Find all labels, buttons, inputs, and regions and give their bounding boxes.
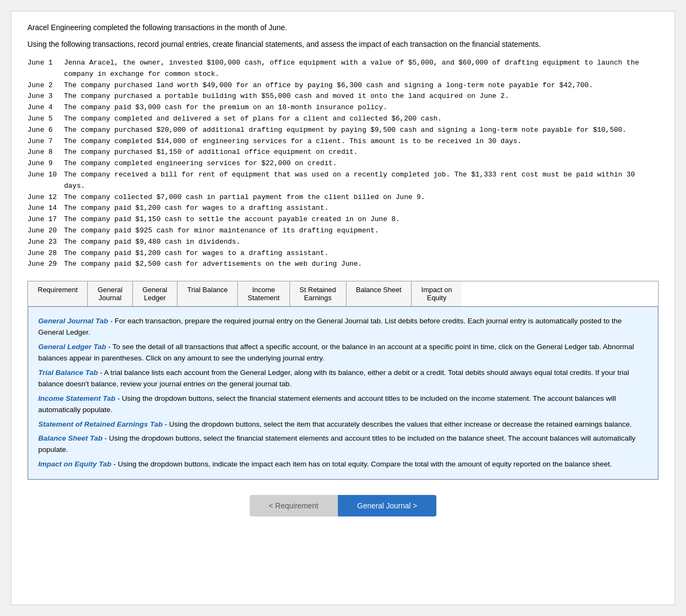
tx-date: June 10 [27,169,64,192]
info-item-6: Impact on Equity Tab - Using the dropdow… [38,459,648,470]
tx-body: The company purchased $20,000 of additio… [64,125,659,136]
tab-item-st-retained[interactable]: St RetainedEarnings [290,281,346,306]
tx-body: The company paid $1,150 cash to settle t… [64,214,659,225]
transaction-item: June 5The company completed and delivere… [27,114,659,125]
tab-item-trial-balance[interactable]: Trial Balance [178,281,238,306]
tx-date: June 6 [27,125,64,136]
transaction-item: June 14The company paid $1,200 cash for … [27,203,659,214]
transaction-item: June 1Jenna Aracel, the owner, invested … [27,58,659,80]
transaction-item: June 23The company paid $9,480 cash in d… [27,237,659,248]
transaction-item: June 29The company paid $2,500 cash for … [27,259,659,270]
info-label: Balance Sheet Tab [38,434,103,442]
tx-date: June 7 [27,136,64,147]
intro-line1: Aracel Engineering completed the followi… [27,22,659,33]
transaction-item: June 8The company purchased $1,150 of ad… [27,147,659,158]
tx-date: June 5 [27,114,64,125]
tx-body: The company paid $2,500 cash for adverti… [64,259,659,270]
tx-body: The company purchased $1,150 of addition… [64,147,659,158]
tx-date: June 17 [27,214,64,225]
transaction-item: June 3The company purchased a portable b… [27,91,659,102]
info-text: Using the dropdown buttons, indicate the… [116,460,612,468]
tx-body: The company completed engineering servic… [64,158,659,169]
tx-body: The company completed and delivered a se… [64,114,659,125]
tx-date: June 20 [27,225,64,237]
info-item-2: Trial Balance Tab - A trial balance list… [38,367,648,390]
info-label: Income Statement Tab [38,394,116,402]
tx-body: The company purchased a portable buildin… [64,91,659,102]
transaction-item: June 4The company paid $3,000 cash for t… [27,102,659,114]
tx-date: June 12 [27,192,64,203]
info-dash: - [116,394,120,402]
info-text: To see the detail of all transactions th… [38,343,634,362]
info-text: For each transaction, prepare the requir… [38,317,622,336]
transaction-item: June 10The company received a bill for r… [27,169,659,192]
tx-body: Jenna Aracel, the owner, invested $100,0… [64,58,659,80]
tx-date: June 2 [27,80,64,91]
info-label: General Ledger Tab [38,343,106,351]
tab-item-general-ledger[interactable]: GeneralLedger [133,281,178,306]
tab-item-income-statement[interactable]: IncomeStatement [238,281,289,306]
transaction-item: June 6The company purchased $20,000 of a… [27,125,659,136]
bottom-nav: < Requirement General Journal > [27,495,659,516]
info-item-1: General Ledger Tab - To see the detail o… [38,342,648,364]
info-item-3: Income Statement Tab - Using the dropdow… [38,393,648,416]
tab-item-balance-sheet[interactable]: Balance Sheet [346,281,412,306]
tx-date: June 1 [27,58,64,80]
info-text: Using the dropdown buttons, select the f… [38,434,635,454]
info-box: General Journal Tab - For each transacti… [28,307,658,479]
tx-date: June 8 [27,147,64,158]
tx-date: June 23 [27,237,64,248]
tx-body: The company purchased land worth $49,000… [64,80,659,91]
info-text: A trial balance lists each account from … [38,369,629,388]
info-text: Using the dropdown buttons, select the f… [38,394,616,414]
tx-body: The company paid $925 cash for minor mai… [64,225,659,237]
intro-line2: Using the following transactions, record… [27,39,659,50]
transaction-item: June 2The company purchased land worth $… [27,80,659,91]
tx-body: The company completed $14,000 of enginee… [64,136,659,147]
transaction-item: June 17The company paid $1,150 cash to s… [27,214,659,225]
transaction-item: June 7The company completed $14,000 of e… [27,136,659,147]
tx-date: June 4 [27,102,64,114]
info-dash: - [103,434,107,442]
tx-body: The company received a bill for rent of … [64,169,659,192]
info-item-4: Statement of Retained Earnings Tab - Usi… [38,419,648,430]
prev-button[interactable]: < Requirement [250,495,338,516]
transaction-item: June 9The company completed engineering … [27,158,659,169]
tx-date: June 28 [27,248,64,259]
intro-section: Aracel Engineering completed the followi… [27,22,659,50]
tx-date: June 3 [27,91,64,102]
info-dash: - [106,343,110,351]
tx-body: The company paid $1,200 cash for wages t… [64,203,659,214]
transaction-item: June 28The company paid $1,200 cash for … [27,248,659,259]
info-text: Using the dropdown buttons, select the i… [167,420,632,428]
info-label: General Journal Tab [38,317,108,325]
tx-body: The company collected $7,000 cash in par… [64,192,659,203]
transaction-item: June 20The company paid $925 cash for mi… [27,225,659,237]
tx-date: June 29 [27,259,64,270]
info-dash: - [162,420,167,428]
transaction-item: June 12The company collected $7,000 cash… [27,192,659,203]
page-container: Aracel Engineering completed the followi… [11,11,675,605]
tx-date: June 14 [27,203,64,214]
info-label: Impact on Equity Tab [38,460,111,468]
info-label: Statement of Retained Earnings Tab [38,420,162,428]
tab-item-general-journal[interactable]: GeneralJournal [88,281,132,306]
info-item-0: General Journal Tab - For each transacti… [38,316,648,338]
tx-body: The company paid $9,480 cash in dividend… [64,237,659,248]
transactions-list: June 1Jenna Aracel, the owner, invested … [27,58,659,270]
next-button[interactable]: General Journal > [338,495,437,516]
tabs-section: RequirementGeneralJournalGeneralLedgerTr… [27,281,659,480]
tx-date: June 9 [27,158,64,169]
info-label: Trial Balance Tab [38,369,98,377]
tab-item-requirement[interactable]: Requirement [28,281,88,306]
tx-body: The company paid $3,000 cash for the pre… [64,102,659,114]
tab-item-impact-equity[interactable]: Impact onEquity [412,281,462,306]
tx-body: The company paid $1,200 cash for wages t… [64,248,659,259]
info-item-5: Balance Sheet Tab - Using the dropdown b… [38,433,648,456]
tabs-bar: RequirementGeneralJournalGeneralLedgerTr… [28,281,658,307]
